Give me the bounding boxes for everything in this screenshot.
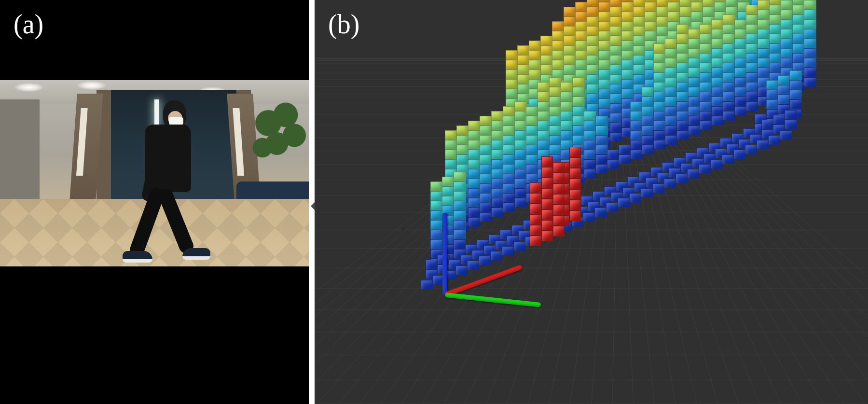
shoe-icon bbox=[123, 251, 152, 263]
dynamic-voxel bbox=[541, 178, 553, 188]
dynamic-voxel bbox=[530, 236, 541, 246]
dynamic-voxel bbox=[553, 215, 565, 226]
panel-a: (a) bbox=[0, 0, 309, 404]
dynamic-voxel bbox=[569, 210, 581, 221]
dynamic-voxel bbox=[569, 147, 581, 157]
dynamic-voxel bbox=[530, 193, 541, 204]
ceiling-light-icon bbox=[77, 81, 106, 90]
dynamic-voxel bbox=[569, 189, 581, 200]
voxel-stage bbox=[315, 0, 868, 404]
dynamic-voxel bbox=[541, 231, 553, 241]
dynamic-voxel bbox=[553, 173, 565, 183]
dynamic-voxel bbox=[530, 204, 541, 214]
shoe-icon bbox=[182, 248, 210, 260]
axis-z-icon bbox=[442, 213, 447, 295]
ceiling-light-icon bbox=[14, 83, 43, 92]
wall-left bbox=[0, 99, 40, 210]
plant-icon bbox=[251, 98, 309, 181]
dynamic-voxel bbox=[530, 182, 541, 193]
dynamic-voxel bbox=[569, 168, 581, 179]
dynamic-voxel bbox=[569, 157, 581, 168]
dynamic-voxel bbox=[541, 156, 553, 167]
figure-root: (a) bbox=[0, 0, 868, 404]
dynamic-voxel bbox=[553, 162, 565, 173]
dynamic-voxels bbox=[353, 29, 865, 338]
panel-a-label: (a) bbox=[14, 9, 43, 40]
dynamic-voxel bbox=[541, 209, 553, 220]
origin-gizmo bbox=[445, 293, 445, 293]
dynamic-voxel bbox=[541, 188, 553, 199]
panel-b: (b) bbox=[315, 0, 868, 404]
dynamic-voxel bbox=[530, 225, 541, 236]
dynamic-voxel bbox=[569, 200, 581, 210]
dynamic-voxel bbox=[553, 194, 565, 205]
door-window-icon bbox=[76, 108, 88, 176]
door-window-icon bbox=[233, 108, 244, 176]
dynamic-voxel bbox=[541, 167, 553, 178]
voxel-viewer[interactable] bbox=[315, 0, 868, 404]
dynamic-voxel bbox=[553, 226, 565, 237]
dynamic-voxel bbox=[569, 179, 581, 189]
dynamic-voxel bbox=[541, 220, 553, 231]
camera-frame bbox=[0, 80, 309, 266]
splitter-handle-icon[interactable] bbox=[311, 202, 315, 210]
dynamic-voxel bbox=[530, 214, 541, 225]
dynamic-voxel bbox=[553, 183, 565, 194]
dynamic-voxel bbox=[553, 205, 565, 215]
pedestrian bbox=[123, 100, 209, 260]
dynamic-voxel bbox=[541, 199, 553, 209]
